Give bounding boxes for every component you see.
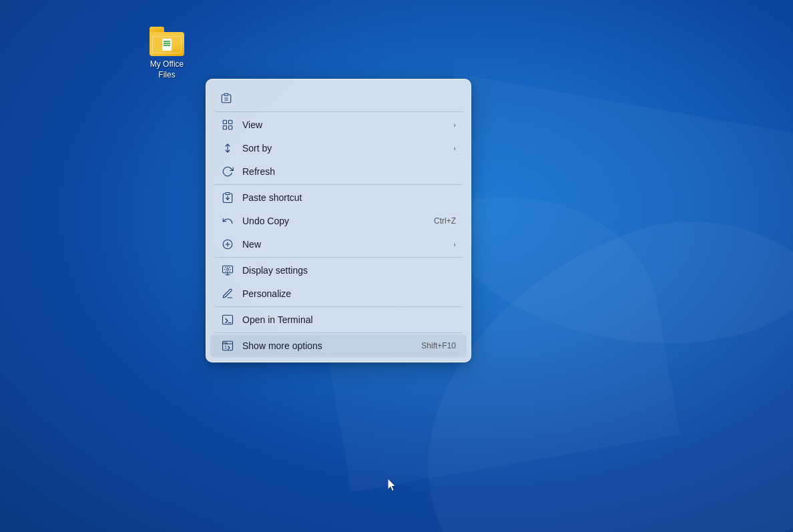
context-menu-item-view[interactable]: View › [210,113,467,136]
svg-point-16 [227,268,229,270]
clipboard-icon [220,92,232,104]
context-menu-item-paste-shortcut[interactable]: Paste shortcut [210,186,467,209]
svg-rect-6 [229,126,232,129]
svg-rect-19 [223,341,233,350]
personalize-label: Personalize [242,288,456,299]
svg-rect-3 [223,120,226,123]
context-menu-item-display-settings[interactable]: Display settings [210,259,467,282]
sort-icon [221,142,234,155]
svg-rect-0 [224,93,228,95]
undo-copy-shortcut: Ctrl+Z [434,216,456,226]
view-arrow: › [453,121,456,129]
divider-top [214,111,463,112]
context-menu: View › Sort by › Refresh [206,79,471,362]
context-menu-item-sort-by[interactable]: Sort by › [210,137,467,160]
show-more-options-shortcut: Shift+F10 [421,341,456,350]
divider-2 [214,257,463,258]
divider-1 [214,184,463,185]
display-settings-label: Display settings [242,265,456,276]
paste-shortcut-icon [221,191,234,204]
desktop-icon-my-office-files[interactable]: My Office Files [140,27,194,80]
context-menu-item-open-terminal[interactable]: Open in Terminal [210,308,467,331]
svg-rect-5 [223,126,226,129]
refresh-label: Refresh [242,166,456,177]
paste-shortcut-label: Paste shortcut [242,192,456,203]
display-icon [221,264,234,277]
svg-rect-8 [226,193,230,195]
context-menu-item-undo-copy[interactable]: Undo Copy Ctrl+Z [210,210,467,232]
refresh-icon [221,165,234,178]
show-more-options-label: Show more options [242,340,416,351]
terminal-icon [221,313,234,326]
divider-3 [214,306,463,307]
personalize-icon [221,287,234,300]
new-arrow: › [453,240,456,248]
context-menu-item-show-more-options[interactable]: Show more options Shift+F10 [210,334,467,357]
undo-copy-label: Undo Copy [242,216,429,226]
folder-icon [150,27,184,56]
sort-by-arrow: › [453,144,456,152]
new-label: New [242,239,451,250]
divider-4 [214,332,463,333]
undo-icon [221,214,234,228]
open-terminal-label: Open in Terminal [242,314,456,325]
context-menu-top-paste [206,83,471,110]
context-menu-item-refresh[interactable]: Refresh [210,160,467,183]
paste-top-icon [217,89,236,107]
desktop-icon-label: My Office Files [150,59,184,80]
view-label: View [242,119,451,130]
sort-by-label: Sort by [242,143,451,154]
svg-rect-4 [229,120,232,123]
new-icon [221,238,234,251]
context-menu-item-new[interactable]: New › [210,233,467,256]
context-menu-item-personalize[interactable]: Personalize [210,282,467,305]
more-options-icon [221,339,234,352]
view-icon [221,118,234,131]
